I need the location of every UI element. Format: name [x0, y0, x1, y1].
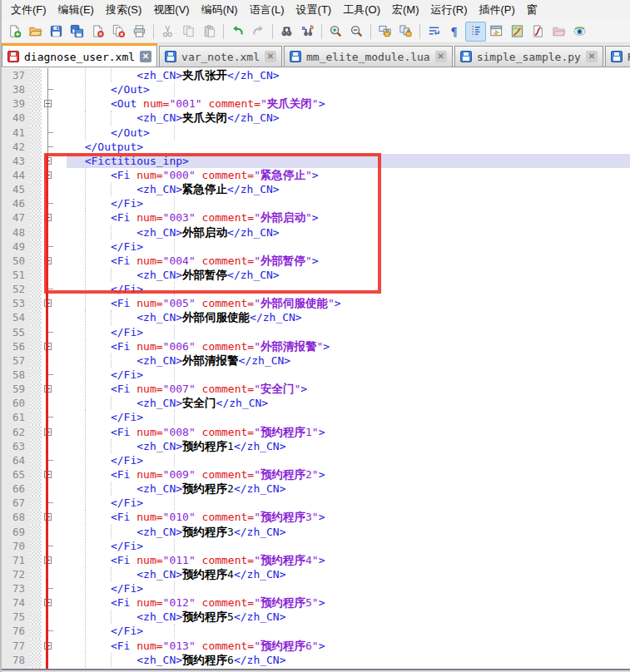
code-text[interactable]: </Fi>	[67, 410, 630, 424]
code-text[interactable]: <zh_CN>外部暂停</zh_CN>	[67, 268, 630, 282]
code-text[interactable]: <zh_CN>预约程序5</zh_CN>	[67, 610, 630, 624]
bookmark-margin[interactable]	[30, 282, 42, 296]
line-number[interactable]: 77	[2, 639, 30, 653]
bookmark-margin[interactable]	[30, 126, 42, 140]
open-file-button[interactable]	[25, 22, 46, 42]
code-text[interactable]: <zh_CN>预约程序2</zh_CN>	[67, 482, 630, 496]
bookmark-margin[interactable]	[30, 439, 42, 453]
line-number[interactable]: 65	[2, 467, 30, 482]
code-text[interactable]: <Fi num="004" comment="外部暂停">	[67, 254, 630, 268]
bookmark-margin[interactable]	[30, 168, 42, 182]
code-text[interactable]: <Out num="001" comment="夹爪关闭">	[67, 96, 630, 111]
line-number[interactable]: 67	[2, 496, 30, 510]
code-text[interactable]: <zh_CN>安全门</zh_CN>	[67, 396, 630, 410]
line-number[interactable]: 66	[2, 482, 30, 496]
code-text[interactable]: <Fi num="013" comment="预约程序6">	[67, 639, 630, 653]
code-text[interactable]: <zh_CN>预约程序1</zh_CN>	[67, 439, 630, 453]
bookmark-margin[interactable]	[30, 581, 42, 595]
code-text[interactable]: </Fi>	[67, 624, 630, 638]
line-number[interactable]: 54	[2, 310, 30, 324]
menu-item-5[interactable]: 编码(N)	[196, 0, 244, 20]
line-number[interactable]: 62	[2, 425, 30, 439]
print-button[interactable]	[129, 22, 150, 42]
line-number[interactable]: 41	[2, 126, 30, 140]
bookmark-margin[interactable]	[30, 410, 42, 424]
redo-button[interactable]	[248, 22, 269, 42]
code-text[interactable]: </Fi>	[67, 368, 630, 382]
code-text[interactable]: </Fi>	[67, 240, 630, 254]
word-wrap-button[interactable]	[424, 22, 444, 42]
line-number[interactable]: 60	[2, 396, 30, 410]
code-text[interactable]: <zh_CN>紧急停止</zh_CN>	[67, 182, 630, 196]
bookmark-margin[interactable]	[30, 310, 42, 324]
close-all-button[interactable]	[108, 22, 129, 42]
line-number[interactable]: 39	[2, 96, 30, 111]
bookmark-margin[interactable]	[30, 553, 42, 567]
bookmark-margin[interactable]	[30, 96, 42, 111]
bookmark-margin[interactable]	[30, 296, 42, 310]
paste-button[interactable]	[199, 22, 220, 42]
bookmark-margin[interactable]	[30, 196, 42, 210]
code-text[interactable]: <Fi num="008" comment="预约程序1">	[67, 425, 630, 439]
sync-horizontal-scrolling-button[interactable]	[395, 22, 416, 42]
code-text[interactable]: <Fi num="011" comment="预约程序4">	[67, 553, 630, 567]
bookmark-margin[interactable]	[30, 510, 42, 524]
line-number[interactable]: 44	[2, 168, 30, 182]
line-number[interactable]: 38	[2, 82, 30, 96]
bookmark-margin[interactable]	[30, 268, 42, 282]
code-text[interactable]: <zh_CN>预约程序6</zh_CN>	[67, 653, 630, 667]
code-text[interactable]: </Fi>	[67, 581, 630, 595]
zoom-out-button[interactable]	[346, 22, 367, 42]
bookmark-margin[interactable]	[30, 325, 42, 339]
code-text[interactable]: <zh_CN>夹爪张开</zh_CN>	[67, 68, 630, 82]
code-text[interactable]: <zh_CN>外部清报警</zh_CN>	[67, 353, 630, 368]
code-text[interactable]: <zh_CN>预约程序3</zh_CN>	[67, 525, 630, 539]
bookmark-margin[interactable]	[30, 610, 42, 624]
line-number[interactable]: 72	[2, 567, 30, 581]
line-number[interactable]: 48	[2, 225, 30, 240]
line-number[interactable]: 70	[2, 539, 30, 553]
menu-item-12[interactable]: 窗	[521, 0, 543, 20]
tab-Rob[interactable]: Rob	[605, 46, 630, 67]
bookmark-margin[interactable]	[30, 368, 42, 382]
menu-item-9[interactable]: 宏(M)	[386, 0, 425, 20]
code-text[interactable]: </Fi>	[67, 496, 630, 510]
sync-vertical-scrolling-button[interactable]	[375, 22, 395, 42]
code-text[interactable]: <zh_CN>预约程序4</zh_CN>	[67, 567, 630, 581]
line-number[interactable]: 37	[2, 68, 30, 82]
line-number[interactable]: 43	[2, 154, 30, 168]
replace-button[interactable]: ab	[297, 22, 318, 42]
menu-item-4[interactable]: 视图(V)	[147, 0, 195, 20]
line-number[interactable]: 75	[2, 610, 30, 624]
tab-close-button[interactable]: ✕	[435, 51, 447, 62]
zoom-in-button[interactable]	[325, 22, 346, 42]
code-text[interactable]: <Fi num="010" comment="预约程序3">	[67, 510, 630, 524]
line-number[interactable]: 59	[2, 382, 30, 396]
cut-button[interactable]	[157, 22, 178, 42]
bookmark-margin[interactable]	[30, 653, 42, 667]
line-number[interactable]: 61	[2, 410, 30, 424]
bookmark-margin[interactable]	[30, 254, 42, 268]
bookmark-margin[interactable]	[30, 225, 42, 240]
bookmark-margin[interactable]	[30, 453, 42, 467]
show-indent-guide-button[interactable]	[465, 22, 486, 42]
bookmark-margin[interactable]	[30, 467, 42, 482]
bookmark-margin[interactable]	[30, 624, 42, 638]
code-text[interactable]: </Fi>	[67, 282, 630, 296]
line-number[interactable]: 73	[2, 581, 30, 595]
code-text[interactable]: </Fi>	[67, 453, 630, 467]
bookmark-margin[interactable]	[30, 539, 42, 553]
line-number[interactable]: 76	[2, 624, 30, 638]
line-number[interactable]: 49	[2, 240, 30, 254]
code-text[interactable]: </Fi>	[67, 539, 630, 553]
code-text[interactable]: <Fictitious_inp>	[67, 154, 630, 168]
code-text[interactable]: <zh_CN>外部启动</zh_CN>	[67, 225, 630, 240]
code-text[interactable]: </Out>	[67, 82, 630, 96]
bookmark-margin[interactable]	[30, 154, 42, 168]
undo-button[interactable]	[227, 22, 248, 42]
tab-mm_elite_module.lua[interactable]: mm_elite_module.lua✕	[284, 46, 453, 67]
tab-close-button[interactable]: ✕	[265, 51, 276, 62]
menu-item-11[interactable]: 插件(P)	[474, 0, 521, 20]
tab-diagnose_user.xml[interactable]: diagnose_user.xml✕	[2, 43, 157, 67]
code-text[interactable]: <Fi num="000" comment="紧急停止">	[67, 168, 630, 182]
